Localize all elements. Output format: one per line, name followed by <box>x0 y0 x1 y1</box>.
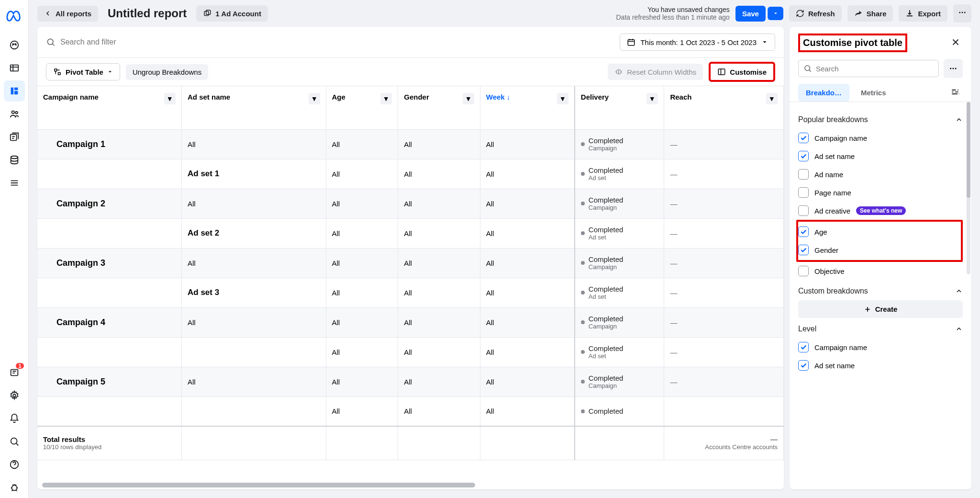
nav-settings-icon[interactable] <box>4 385 25 406</box>
breakdown-item[interactable]: Page name <box>798 183 963 202</box>
breakdown-item[interactable]: Gender <box>798 241 959 259</box>
checkbox[interactable] <box>798 342 809 352</box>
nav-help-icon[interactable] <box>4 454 25 475</box>
table-row[interactable]: All All All Completed <box>37 396 784 426</box>
breakdown-item[interactable]: Campaign name <box>798 338 963 356</box>
cell-adset: Ad set 1 <box>182 159 326 189</box>
customise-icon <box>717 68 726 76</box>
table-row[interactable]: Campaign 2 All All All All CompletedCamp… <box>37 189 784 218</box>
cell-week: All <box>480 337 575 367</box>
save-dropdown-button[interactable] <box>768 7 783 20</box>
breakdown-item[interactable]: Age <box>798 223 959 241</box>
export-button[interactable]: Export <box>899 5 947 22</box>
customise-button[interactable]: Customise <box>709 62 775 82</box>
section-popular-breakdowns[interactable]: Popular breakdowns <box>798 115 963 124</box>
cell-campaign: Campaign 5 <box>37 367 182 396</box>
table-row[interactable]: Ad set 3 All All All CompletedAd set — <box>37 278 784 307</box>
horizontal-scrollbar[interactable] <box>37 483 784 489</box>
reset-column-widths-button[interactable]: Reset Column Widths <box>608 64 703 80</box>
column-header-age[interactable]: Age▾ <box>326 86 398 129</box>
nav-billing-icon[interactable] <box>4 149 25 170</box>
search-input[interactable] <box>60 38 614 46</box>
cell-gender: All <box>398 278 480 307</box>
ungroup-breakdowns-button[interactable]: Ungroup Breakdowns <box>126 64 208 80</box>
column-header-campaign[interactable]: Campaign name▾ <box>37 86 182 129</box>
cell-adset: Ad set 2 <box>182 218 326 248</box>
top-bar: All reports Untitled report 1 Ad Account… <box>29 0 980 27</box>
checkbox[interactable] <box>798 169 809 180</box>
checkbox[interactable] <box>798 266 809 276</box>
ad-account-button[interactable]: 1 Ad Account <box>196 5 268 22</box>
column-header-reach[interactable]: Reach▾ <box>664 86 784 129</box>
cell-reach: — <box>664 367 784 396</box>
chevron-down-icon[interactable]: ▾ <box>380 93 392 104</box>
cell-reach: — <box>664 189 784 218</box>
column-header-week[interactable]: Week ↓▾ <box>480 86 575 129</box>
panel-search-input[interactable] <box>816 65 934 73</box>
checkbox[interactable] <box>798 133 809 143</box>
nav-search-icon[interactable] <box>4 431 25 452</box>
checkbox[interactable] <box>798 187 809 198</box>
breakdown-item[interactable]: Ad set name <box>798 147 963 165</box>
checkbox[interactable] <box>798 360 809 371</box>
checkbox[interactable] <box>798 226 809 237</box>
table-row[interactable]: Campaign 4 All All All All CompletedCamp… <box>37 307 784 337</box>
column-header-gender[interactable]: Gender▾ <box>398 86 480 129</box>
close-icon <box>950 37 961 47</box>
panel-body[interactable]: Popular breakdowns Campaign name Ad set … <box>790 102 971 489</box>
nav-table-icon[interactable] <box>4 57 25 79</box>
breakdown-item[interactable]: Ad name <box>798 165 963 183</box>
column-header-adset[interactable]: Ad set name▾ <box>182 86 326 129</box>
all-reports-button[interactable]: All reports <box>37 6 98 22</box>
nav-inbox-icon[interactable]: 1 <box>4 362 25 383</box>
panel-tab-settings[interactable] <box>947 84 963 102</box>
checkbox[interactable] <box>798 151 809 161</box>
chevron-down-icon[interactable]: ▾ <box>766 93 778 104</box>
tab-metrics[interactable]: Metrics <box>853 84 894 102</box>
nav-notifications-icon[interactable] <box>4 408 25 429</box>
chevron-down-icon[interactable]: ▾ <box>164 93 176 104</box>
refresh-button[interactable]: Refresh <box>789 5 842 22</box>
nav-dashboard-icon[interactable] <box>4 34 25 56</box>
table-row[interactable]: Ad set 2 All All All CompletedAd set — <box>37 218 784 248</box>
pivot-table-dropdown[interactable]: Pivot Table <box>46 63 120 80</box>
nav-audiences-icon[interactable] <box>4 103 25 124</box>
table-row[interactable]: Campaign 3 All All All All CompletedCamp… <box>37 248 784 278</box>
table-row[interactable]: Campaign 1 All All All All CompletedCamp… <box>37 129 784 159</box>
chevron-down-icon[interactable]: ▾ <box>309 93 320 104</box>
close-panel-button[interactable] <box>948 35 963 51</box>
cell-reach <box>664 396 784 426</box>
status-dot-icon <box>581 380 585 384</box>
section-level[interactable]: Level <box>798 325 963 333</box>
panel-more-button[interactable] <box>944 59 963 78</box>
checkbox[interactable] <box>798 205 809 216</box>
date-range-picker[interactable]: This month: 1 Oct 2023 - 5 Oct 2023 <box>620 34 775 51</box>
nav-menu-icon[interactable] <box>4 172 25 193</box>
svg-point-24 <box>955 68 957 69</box>
breakdown-item[interactable]: Ad set name <box>798 356 963 374</box>
save-button[interactable]: Save <box>735 6 766 22</box>
chevron-down-icon[interactable]: ▾ <box>557 93 568 104</box>
share-button[interactable]: Share <box>847 5 893 22</box>
chevron-down-icon[interactable]: ▾ <box>646 93 658 104</box>
breakdown-item[interactable]: Objective <box>798 262 963 280</box>
breakdown-item[interactable]: Ad creative See what's new <box>798 202 963 220</box>
more-menu-button[interactable] <box>953 4 971 23</box>
panel-scrollbar[interactable] <box>967 102 970 274</box>
table-row[interactable]: Campaign 5 All All All All CompletedCamp… <box>37 367 784 396</box>
cell-reach: — <box>664 337 784 367</box>
checkbox[interactable] <box>798 245 809 255</box>
tab-breakdowns[interactable]: Breakdo… <box>798 84 849 102</box>
create-breakdown-button[interactable]: Create <box>798 300 963 318</box>
cell-reach: — <box>664 159 784 189</box>
table-row[interactable]: All All All CompletedAd set — <box>37 337 784 367</box>
section-custom-breakdowns[interactable]: Custom breakdowns <box>798 287 963 295</box>
nav-reports-icon[interactable] <box>4 80 25 102</box>
table-row[interactable]: Ad set 1 All All All CompletedAd set — <box>37 159 784 189</box>
nav-bug-icon[interactable] <box>4 477 25 498</box>
column-header-delivery[interactable]: Delivery▾ <box>575 86 664 129</box>
chevron-down-icon[interactable]: ▾ <box>463 93 474 104</box>
breakdown-item[interactable]: Campaign name <box>798 129 963 147</box>
cell-delivery: CompletedCampaign <box>575 248 664 278</box>
nav-library-icon[interactable] <box>4 126 25 147</box>
